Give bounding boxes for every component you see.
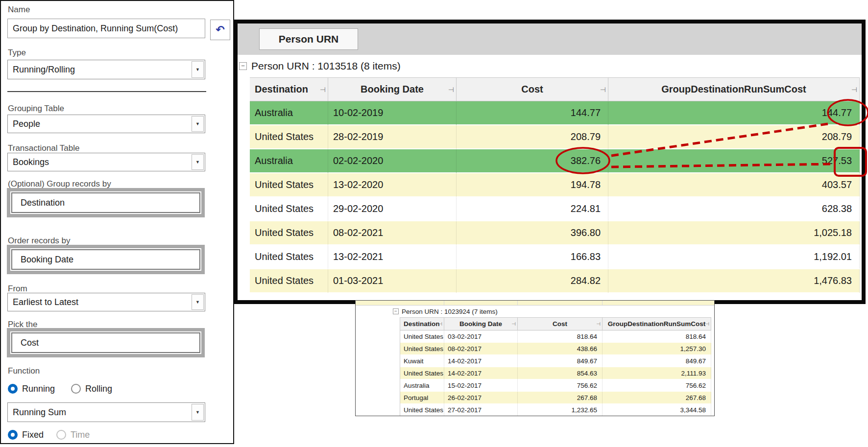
pick-the-field[interactable]: Cost [7, 328, 205, 357]
table-row[interactable]: United States14-02-2017854.632,111.93 [400, 367, 711, 379]
cell: Portugal [400, 392, 444, 404]
group-header: − Person URN : 1013518 (8 items) [238, 55, 862, 77]
table-row[interactable]: Australia15-02-2017756.62756.62 [400, 379, 711, 392]
transactional-table-select[interactable]: Bookings ▼ [7, 153, 205, 171]
column-header-label: GroupDestinationRunSumCost [661, 84, 806, 95]
undo-button[interactable]: ↶ [210, 20, 230, 40]
calculation-editor-panel: Name ↶ Type Running/Rolling ▼ Grouping T… [0, 0, 234, 444]
cell: Australia [400, 379, 444, 392]
chevron-down-icon[interactable]: ▼ [192, 294, 204, 310]
table-row[interactable]: Kuwait14-02-2017849.67849.67 [400, 355, 711, 367]
pin-icon[interactable]: ⊣ [600, 86, 606, 94]
group-records-label: (Optional) Group records by [8, 179, 111, 189]
cell: 403.57 [608, 173, 860, 197]
table-row[interactable]: United States13-02-2020194.78403.57 [250, 173, 860, 197]
from-select[interactable]: Earliest to Latest ▼ [7, 293, 205, 311]
column-header-label: Cost [553, 320, 567, 328]
name-input[interactable] [7, 19, 205, 38]
table-row[interactable]: United States28-02-2019208.79208.79 [250, 125, 860, 149]
cell: 144.77 [457, 101, 608, 125]
table-row[interactable]: United States08-02-2017438.661,257.30 [400, 343, 711, 355]
column-header[interactable]: Cost⊣ [518, 318, 603, 330]
table-row[interactable]: United States01-03-2021284.821,476.83 [250, 269, 860, 293]
cell: United States [250, 125, 328, 149]
column-header[interactable]: Destination⊣ [400, 318, 444, 330]
cell: 10-02-2019 [328, 101, 457, 125]
column-header[interactable]: Booking Date⊣ [328, 78, 457, 101]
radio-running[interactable] [8, 384, 18, 394]
cell: 527.53 [608, 149, 860, 173]
chevron-down-icon[interactable]: ▼ [192, 116, 204, 132]
column-header[interactable]: GroupDestinationRunSumCost⊣ [603, 318, 711, 330]
pin-icon[interactable]: ⊣ [596, 321, 601, 327]
radio-rolling[interactable] [71, 384, 81, 394]
column-header-label: Destination [404, 320, 440, 328]
cell: 29-02-2020 [328, 197, 457, 221]
chevron-down-icon[interactable]: ▼ [192, 404, 204, 421]
column-header-label: Destination [255, 84, 308, 95]
table-row[interactable]: Australia02-02-2020382.76527.53 [250, 149, 860, 173]
radio-running-label: Running [22, 384, 55, 394]
type-select[interactable]: Running/Rolling ▼ [7, 60, 205, 79]
tab-person-urn[interactable]: Person URN [259, 28, 358, 50]
order-records-value: Booking Date [11, 249, 200, 270]
table-row[interactable]: Portugal26-02-2017267.68267.68 [400, 392, 711, 404]
from-value: Earliest to Latest [13, 297, 78, 307]
collapse-button[interactable]: − [239, 62, 247, 70]
table-row[interactable]: United States13-02-2021166.831,192.01 [250, 245, 860, 269]
small-grid-body: United States03-02-2017818.64818.64Unite… [400, 330, 711, 416]
cell: 13-02-2020 [328, 173, 457, 197]
cell: 818.64 [518, 330, 603, 343]
grouping-table-select[interactable]: People ▼ [7, 115, 205, 133]
order-records-label: Order records by [8, 236, 71, 246]
cell: 628.38 [608, 197, 860, 221]
order-records-field[interactable]: Booking Date [7, 245, 205, 274]
group-records-field[interactable]: Destination [7, 188, 205, 217]
pin-icon[interactable]: ⊣ [438, 321, 442, 327]
cell: 15-02-2017 [444, 379, 518, 392]
cell: 208.79 [457, 125, 608, 149]
pin-icon[interactable]: ⊣ [511, 321, 516, 327]
main-grid: Destination⊣Booking Date⊣Cost⊣GroupDesti… [250, 77, 860, 293]
main-grid-body: Australia10-02-2019144.77144.77United St… [250, 101, 860, 293]
group-title: Person URN : 1013518 (8 items) [251, 60, 401, 72]
table-row[interactable]: United States08-02-2021396.801,025.18 [250, 221, 860, 245]
column-header-label: Cost [521, 84, 543, 95]
pin-icon[interactable]: ⊣ [320, 86, 326, 94]
cell: United States [250, 197, 328, 221]
column-header[interactable]: Booking Date⊣ [444, 318, 518, 330]
radio-fixed[interactable] [8, 430, 18, 440]
cell: 01-03-2021 [328, 269, 457, 293]
cell: 28-02-2019 [328, 125, 457, 149]
pin-icon[interactable]: ⊣ [705, 321, 709, 327]
chevron-down-icon[interactable]: ▼ [192, 154, 204, 170]
tab-label: Person URN [279, 33, 339, 45]
cell: 756.62 [603, 379, 711, 392]
function-select[interactable]: Running Sum ▼ [7, 402, 205, 422]
grouping-table-label: Grouping Table [8, 104, 64, 114]
pin-icon[interactable]: ⊣ [851, 86, 857, 94]
column-header[interactable]: Destination⊣ [250, 78, 328, 101]
group-records-value: Destination [11, 192, 200, 213]
pin-icon[interactable]: ⊣ [448, 86, 454, 94]
cell: 267.68 [603, 392, 711, 404]
from-label: From [8, 284, 27, 294]
collapse-button[interactable]: − [393, 308, 399, 314]
column-header[interactable]: Cost⊣ [457, 78, 608, 101]
table-row[interactable]: United States29-02-2020224.81628.38 [250, 197, 860, 221]
column-header[interactable]: GroupDestinationRunSumCost⊣ [608, 78, 860, 101]
function-value: Running Sum [13, 407, 66, 418]
radio-fixed-label: Fixed [22, 430, 44, 440]
table-row[interactable]: Australia10-02-2019144.77144.77 [250, 101, 860, 125]
chevron-down-icon[interactable]: ▼ [192, 61, 204, 78]
radio-time[interactable] [56, 430, 66, 440]
cell: 438.66 [518, 343, 603, 355]
cell: 849.67 [518, 355, 603, 367]
table-row[interactable]: United States27-02-20171,232.653,344.58 [400, 404, 711, 416]
group-header-small: − Person URN : 1023924 (7 items) [356, 306, 714, 317]
cell: 08-02-2017 [444, 343, 518, 355]
running-rolling-radio-group: Running Rolling [8, 383, 112, 395]
cell: United States [250, 221, 328, 245]
secondary-grid-panel: − Person URN : 1023924 (7 items) Destina… [355, 300, 715, 416]
table-row[interactable]: United States03-02-2017818.64818.64 [400, 330, 711, 343]
